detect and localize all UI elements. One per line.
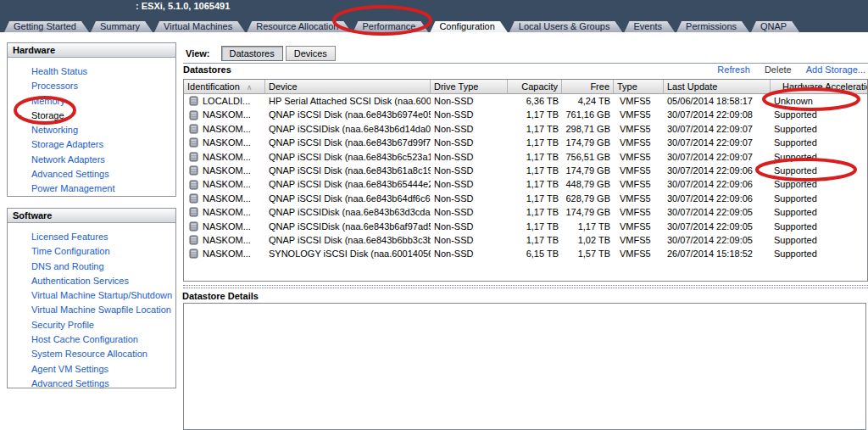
datastore-icon <box>189 235 198 245</box>
table-row[interactable]: NASKOM... QNAP iSCSIDisk (naa.6e843b63d3… <box>184 205 867 219</box>
tab-permissions[interactable]: Permissions <box>676 21 749 32</box>
tab-events[interactable]: Events <box>624 21 675 32</box>
datastore-icon <box>189 249 198 259</box>
sort-ascending-icon: ∧ <box>247 83 253 92</box>
window-title: : ESXi, 5.1.0, 1065491 <box>136 1 230 11</box>
column-header-identification[interactable]: Identification∧ <box>184 80 265 93</box>
sidebar-item-virtual-machine-startup-shutdown[interactable]: ▸ Virtual Machine Startup/Shutdown <box>8 288 175 303</box>
datastore-icon <box>189 221 198 232</box>
datastore-icon <box>189 207 198 217</box>
add-storage-link[interactable]: Add Storage... <box>806 64 865 75</box>
table-row[interactable]: NASKOM... QNAP iSCSI Disk (naa.6e843b64d… <box>184 192 867 205</box>
datastore-icon <box>189 137 198 148</box>
devices-view-button[interactable]: Devices <box>286 46 336 61</box>
view-bar: View: Datastores Devices <box>186 46 338 61</box>
column-header-free[interactable]: Free <box>562 80 614 93</box>
refresh-link[interactable]: Refresh <box>717 64 750 75</box>
column-header-hardware-acceleration[interactable]: Hardware Acceleration <box>771 80 867 93</box>
sidebar-item-networking[interactable]: ▸ Networking <box>8 123 175 137</box>
sidebar-item-dns-and-routing[interactable]: ▸ DNS and Routing <box>8 260 175 274</box>
table-row[interactable]: NASKOM... QNAP iSCSI Disk (naa.6e843b61a… <box>184 164 867 177</box>
sidebar-item-time-configuration[interactable]: ▸ Time Configuration <box>8 244 175 259</box>
window-titlebar: : ESXi, 5.1.0, 1065491 <box>0 0 868 12</box>
table-row[interactable]: NASKOM... QNAP iSCSI Disk (naa.6e843b6c5… <box>184 150 867 164</box>
tab-local-users-groups[interactable]: Local Users & Groups <box>509 21 623 32</box>
table-row[interactable]: NASKOM... QNAP iSCSI Disk (naa.6e843b654… <box>184 177 867 191</box>
column-header-type[interactable]: Type <box>614 80 664 93</box>
sidebar-item-health-status[interactable]: ▸ Health Status <box>8 64 175 79</box>
table-row[interactable]: NASKOM... QNAP iSCSIDisk (naa.6e843b6af9… <box>184 220 867 233</box>
tab-virtual-machines[interactable]: Virtual Machines <box>154 21 245 32</box>
sidebar-item-agent-vm-settings[interactable]: ▸ Agent VM Settings <box>8 362 175 377</box>
sidebar-item-licensed-features[interactable]: ▸ Licensed Features <box>8 230 175 244</box>
sidebar-hardware-box: Hardware ▸ Health Status ▸ Processors ▸ … <box>7 42 176 197</box>
column-header-capacity[interactable]: Capacity <box>508 80 562 93</box>
vsphere-client-window: : ESXi, 5.1.0, 1065491 Getting StartedSu… <box>0 0 868 430</box>
sidebar-item-processors[interactable]: ▸ Processors <box>8 79 175 93</box>
table-row[interactable]: NASKOM... QNAP iSCSI Disk (naa.6e843b67d… <box>184 136 867 149</box>
sidebar-item-storage[interactable]: ▸ Storage <box>8 109 175 123</box>
datastore-icon <box>189 193 198 204</box>
sidebar-software-box: Software ▸ Licensed Features ▸ Time Conf… <box>7 208 176 388</box>
sidebar-item-system-resource-allocation[interactable]: ▸ System Resource Allocation <box>8 347 175 361</box>
tab-bar: Getting StartedSummaryVirtual MachinesRe… <box>0 12 868 32</box>
column-header-last-update[interactable]: Last Update <box>664 80 771 93</box>
sidebar-item-network-adapters[interactable]: ▸ Network Adapters <box>8 153 175 167</box>
datastore-icon <box>189 180 198 190</box>
datastore-icon <box>189 152 198 162</box>
column-header-device[interactable]: Device <box>265 80 431 93</box>
datastores-table: Identification∧ Device Drive Type Capaci… <box>183 79 868 282</box>
datastores-actions: RefreshDeleteAdd Storage... <box>717 64 865 75</box>
table-row[interactable]: NASKOM... QNAP iSCSI Disk (naa.6e843b697… <box>184 108 867 121</box>
tab-configuration[interactable]: Configuration <box>430 21 507 32</box>
datastores-section-title: Datastores <box>183 64 231 75</box>
tab-qnap[interactable]: QNAP <box>751 21 799 32</box>
table-body: LOCALDI... HP Serial Attached SCSI Disk … <box>184 94 867 261</box>
sidebar-item-host-cache-configuration[interactable]: ▸ Host Cache Configuration <box>8 332 175 347</box>
tab-performance[interactable]: Performance <box>353 21 428 32</box>
datastore-details-title: Datastore Details <box>182 291 259 301</box>
view-label: View: <box>186 48 210 59</box>
datastore-icon <box>189 110 198 120</box>
sidebar-item-power-management[interactable]: ▸ Power Management <box>8 181 175 196</box>
tab-getting-started[interactable]: Getting Started <box>4 21 89 32</box>
table-row[interactable]: NASKOM... SYNOLOGY iSCSI Disk (naa.60014… <box>184 247 867 260</box>
column-header-drive-type[interactable]: Drive Type <box>431 80 508 93</box>
sidebar-item-advanced-settings[interactable]: ▸ Advanced Settings <box>8 167 175 181</box>
datastores-view-button[interactable]: Datastores <box>221 46 283 61</box>
table-row[interactable]: LOCALDI... HP Serial Attached SCSI Disk … <box>184 94 867 108</box>
tab-resource-allocation[interactable]: Resource Allocation <box>247 21 351 32</box>
table-header-row: Identification∧ Device Drive Type Capaci… <box>184 80 867 94</box>
sidebar-item-advanced-settings[interactable]: ▸ Advanced Settings <box>8 377 175 391</box>
sidebar-item-virtual-machine-swapfile-location[interactable]: ▸ Virtual Machine Swapfile Location <box>8 303 175 317</box>
tab-summary[interactable]: Summary <box>91 21 153 32</box>
table-row[interactable]: NASKOM... QNAP iSCSI Disk (naa.6e843b6bb… <box>184 233 867 247</box>
horizontal-splitter[interactable] <box>183 285 868 288</box>
software-section-title: Software <box>8 209 175 223</box>
datastore-icon <box>189 165 198 176</box>
selected-arrow-icon: ▸ <box>19 109 22 123</box>
sidebar-item-memory[interactable]: ▸ Memory <box>8 94 175 109</box>
table-row[interactable]: NASKOM... QNAP iSCSIDisk (naa.6e843b6d14… <box>184 122 867 136</box>
datastore-icon <box>189 96 198 106</box>
datastore-details-panel <box>183 303 866 430</box>
sidebar-item-security-profile[interactable]: ▸ Security Profile <box>8 318 175 332</box>
delete-link[interactable]: Delete <box>765 64 792 75</box>
sidebar-item-storage-adapters[interactable]: ▸ Storage Adapters <box>8 137 175 152</box>
sidebar-item-authentication-services[interactable]: ▸ Authentication Services <box>8 274 175 288</box>
datastore-icon <box>189 124 198 134</box>
view-bar-divider <box>183 63 868 64</box>
hardware-section-title: Hardware <box>8 43 175 58</box>
